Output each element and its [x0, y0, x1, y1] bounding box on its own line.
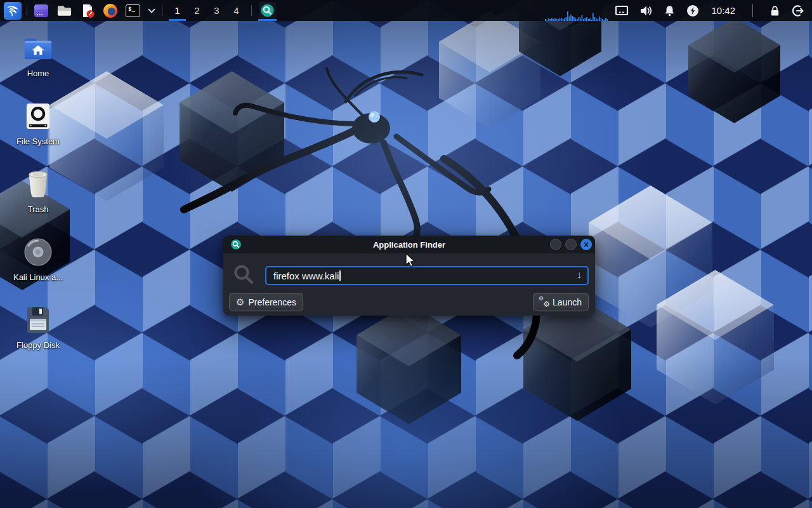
terminal-icon: $_ [126, 4, 140, 17]
launch-button[interactable]: ⚙⚙ Launch [533, 293, 589, 311]
desktop-icon-label: Kali Linux a... [13, 272, 63, 282]
top-panel: $_ 1 2 3 4 [0, 0, 812, 21]
launcher-terminal[interactable]: $_ [126, 0, 140, 21]
search-input[interactable]: firefox www.kali ↓ [265, 266, 589, 285]
firefox-icon [103, 3, 118, 18]
desktop-icon-label: Trash [28, 204, 49, 214]
optical-disc-icon [23, 237, 53, 267]
preferences-button-label: Preferences [248, 297, 296, 307]
desktop: $_ 1 2 3 4 [0, 0, 812, 508]
close-button[interactable]: × [580, 239, 592, 250]
panel-separator [752, 4, 753, 17]
text-caret [339, 271, 341, 281]
panel-separator [162, 5, 162, 16]
home-folder-icon [23, 34, 53, 63]
logout-icon[interactable] [792, 0, 804, 21]
clock[interactable]: 10:42 [711, 5, 735, 16]
power-manager-icon[interactable] [686, 0, 699, 21]
panel-separator [251, 5, 252, 16]
volume-icon[interactable] [639, 0, 653, 21]
workspace-3[interactable]: 3 [207, 0, 226, 21]
launcher-firefox[interactable] [103, 0, 118, 21]
floppy-disk-icon [25, 305, 51, 335]
window-title: Application Finder [223, 240, 595, 250]
launcher-window-app[interactable] [34, 0, 49, 21]
desktop-icon-label: File System [16, 137, 60, 146]
gear-icon: ⚙ [236, 297, 244, 307]
workspace-4[interactable]: 4 [226, 0, 246, 21]
workspace-2[interactable]: 2 [187, 0, 207, 21]
display-icon[interactable] [615, 0, 629, 21]
search-input-value: firefox www.kali [273, 271, 339, 281]
launcher-file-manager[interactable] [56, 0, 72, 21]
desktop-icon-file-system[interactable]: File System [5, 102, 71, 146]
history-dropdown-icon[interactable]: ↓ [577, 269, 582, 281]
desktop-icon-floppy-disk[interactable]: Floppy Disk [5, 305, 71, 350]
workspace-1[interactable]: 1 [167, 0, 187, 21]
appfinder-icon [260, 3, 275, 18]
workspace-switcher: 1 2 3 4 [167, 0, 246, 21]
launch-button-label: Launch [553, 297, 582, 307]
search-icon [233, 264, 255, 288]
lock-icon[interactable] [769, 0, 781, 21]
titlebar[interactable]: Application Finder × [223, 236, 595, 253]
application-finder-window: Application Finder × firefox www.kali ↓ … [223, 236, 595, 316]
window-app-icon [34, 3, 49, 18]
desktop-icon-kali-disc[interactable]: Kali Linux a... [5, 237, 71, 282]
appfinder-window-icon [230, 239, 242, 253]
launch-icon: ⚙⚙ [540, 297, 549, 307]
trash-can-icon [24, 170, 52, 199]
kali-menu-button[interactable] [4, 0, 22, 21]
cpu-graph[interactable] [545, 11, 608, 21]
desktop-icon-home[interactable]: Home [5, 34, 71, 78]
panel-separator [27, 5, 27, 16]
launcher-text-editor[interactable] [80, 0, 95, 21]
close-icon: × [584, 240, 589, 249]
notifications-bell-icon[interactable] [664, 0, 676, 21]
preferences-button[interactable]: ⚙ Preferences [229, 293, 303, 311]
kali-logo-icon [4, 2, 22, 20]
minimize-button[interactable] [550, 239, 561, 250]
taskbar-appfinder-button[interactable] [257, 0, 278, 21]
chevron-down-icon[interactable] [148, 0, 155, 21]
hard-drive-icon [25, 102, 51, 131]
desktop-icon-label: Floppy Disk [16, 340, 60, 350]
desktop-icon-label: Home [27, 69, 49, 78]
desktop-icon-trash[interactable]: Trash [5, 170, 71, 214]
maximize-button[interactable] [565, 239, 577, 250]
file-manager-icon [56, 3, 72, 18]
text-editor-icon [80, 3, 95, 18]
